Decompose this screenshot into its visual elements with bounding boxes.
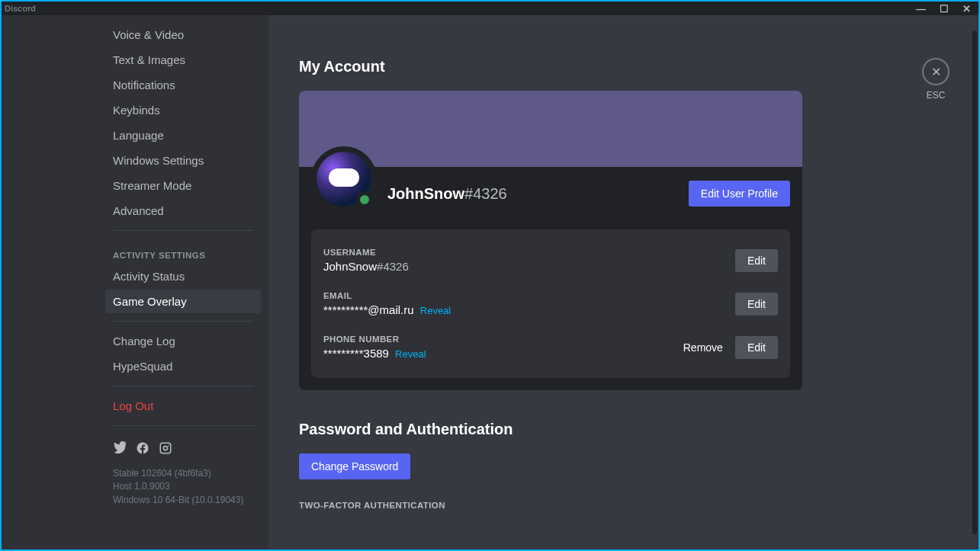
change-password-button[interactable]: Change Password [299,453,410,479]
sidebar-separator [113,425,253,426]
version-build: Stable 102604 (4bf6fa3) [113,467,253,480]
user-discriminator: #4326 [464,185,507,202]
sidebar-item-windows-settings[interactable]: Windows Settings [105,149,261,172]
sidebar-item-text-images[interactable]: Text & Images [105,48,261,72]
email-label: EMAIL [323,291,451,300]
reveal-email-link[interactable]: Reveal [420,305,451,316]
sidebar-item-game-overlay[interactable]: Game Overlay [105,290,261,313]
page-title: My Account [299,58,802,75]
close-icon: ✕ [931,65,941,79]
phone-value: *********3589 [323,347,389,360]
instagram-icon[interactable] [159,441,172,458]
email-row: EMAIL **********@mail.ru Reveal Edit [323,285,778,322]
edit-phone-button[interactable]: Edit [735,336,778,359]
sidebar-separator [113,230,253,231]
edit-user-profile-button[interactable]: Edit User Profile [689,181,790,207]
settings-content: ✕ ESC My Account JohnSnow#4326 Edit User… [268,15,978,549]
edit-email-button[interactable]: Edit [735,293,778,316]
close-hint-label: ESC [922,90,949,101]
window-titlebar: Discord — ☐ ✕ [2,2,978,15]
sidebar-separator [113,386,253,386]
version-os: Windows 10 64-Bit (10.0.19043) [113,494,253,507]
twitter-icon[interactable] [113,441,127,458]
avatar[interactable] [311,146,377,212]
sidebar-item-notifications[interactable]: Notifications [105,73,261,97]
sidebar-item-change-log[interactable]: Change Log [105,329,261,353]
scrollbar[interactable] [972,30,977,534]
sidebar-item-keybinds[interactable]: Keybinds [105,98,261,122]
username-row: USERNAME JohnSnow#4326 Edit [323,242,778,279]
user-tag: JohnSnow#4326 [387,185,507,203]
settings-sidebar: Voice & Video Text & Images Notification… [2,15,268,549]
version-host: Host 1.0.9003 [113,480,253,493]
remove-phone-link[interactable]: Remove [683,341,723,354]
sidebar-item-activity-status[interactable]: Activity Status [105,264,261,288]
window-title: Discord [5,4,36,13]
edit-username-button[interactable]: Edit [735,249,778,272]
username-discriminator: #4326 [377,260,409,273]
account-card: JohnSnow#4326 Edit User Profile USERNAME… [299,91,802,390]
sidebar-item-advanced[interactable]: Advanced [105,199,261,223]
profile-banner [299,91,802,167]
email-value: **********@mail.ru [323,303,414,316]
close-settings-button[interactable]: ✕ ESC [922,58,949,101]
window-minimize-icon[interactable]: — [916,3,926,14]
username-value: JohnSnow [323,260,377,273]
window-close-icon[interactable]: ✕ [962,3,971,14]
status-online-icon [356,191,373,208]
password-section-title: Password and Authentication [299,421,802,438]
phone-row: PHONE NUMBER *********3589 Reveal Remove… [323,328,778,366]
twofa-header: TWO-FACTOR AUTHENTICATION [299,501,802,510]
sidebar-item-streamer-mode[interactable]: Streamer Mode [105,174,261,197]
reveal-phone-link[interactable]: Reveal [395,348,426,360]
username-label: USERNAME [323,248,409,257]
window-maximize-icon[interactable]: ☐ [940,3,949,14]
sidebar-header-activity: ACTIVITY SETTINGS [105,239,261,264]
sidebar-item-hypesquad[interactable]: HypeSquad [105,354,261,378]
user-name: JohnSnow [387,185,464,202]
facebook-icon[interactable] [136,441,149,458]
phone-label: PHONE NUMBER [323,335,426,344]
sidebar-item-language[interactable]: Language [105,123,261,147]
sidebar-separator [113,321,253,322]
sidebar-item-voice-video[interactable]: Voice & Video [105,23,261,46]
sidebar-item-logout[interactable]: Log Out [105,394,261,418]
